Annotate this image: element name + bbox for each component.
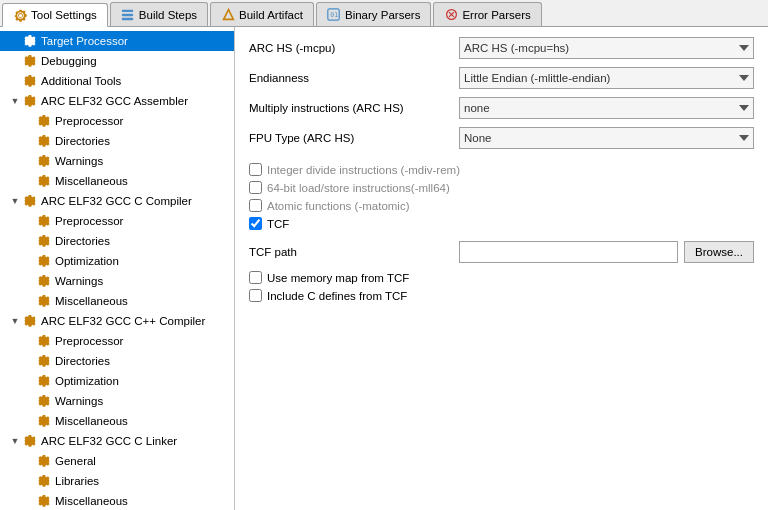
tree-item-arc-cpp-misc[interactable]: Miscellaneous bbox=[0, 411, 234, 431]
tree-item-additional-tools[interactable]: Additional Tools bbox=[0, 71, 234, 91]
multiply-select[interactable]: nonewlh1wlh2wlh3wlh4wlh5 bbox=[459, 97, 754, 119]
tree-item-arc-c-compiler[interactable]: ▼ ARC ELF32 GCC C Compiler bbox=[0, 191, 234, 211]
label-integer-divide: Integer divide instructions (-mdiv-rem) bbox=[267, 164, 460, 176]
tcf-path-input[interactable] bbox=[459, 241, 678, 263]
build-steps-icon bbox=[121, 8, 135, 22]
tree-panel: Target Processor Debugging Additional To… bbox=[0, 27, 235, 510]
collapse-icon-assembler[interactable]: ▼ bbox=[8, 94, 22, 108]
tree-item-arc-c-warnings[interactable]: Warnings bbox=[0, 271, 234, 291]
tree-item-arc-assembler-preprocessor[interactable]: Preprocessor bbox=[0, 111, 234, 131]
svg-text:01: 01 bbox=[331, 11, 339, 19]
tree-item-warn-icon bbox=[36, 153, 52, 169]
tree-item-debugging[interactable]: Debugging bbox=[0, 51, 234, 71]
tree-item-arc-c-optimization[interactable]: Optimization bbox=[0, 251, 234, 271]
tab-tool-settings[interactable]: Tool Settings bbox=[2, 3, 108, 27]
tree-item-label-arc-assembler-preprocessor: Preprocessor bbox=[55, 115, 123, 127]
tree-label-cpp-dir: Directories bbox=[55, 355, 110, 367]
checkbox-tcf[interactable] bbox=[249, 217, 262, 230]
tree-item-cc-opt-icon bbox=[36, 253, 52, 269]
no-expand-icon-a-misc bbox=[22, 174, 36, 188]
tree-item-cc-dir-icon bbox=[36, 233, 52, 249]
tree-item-label-additional-tools: Additional Tools bbox=[41, 75, 121, 87]
checkbox-row-64bit: 64-bit load/store instructions(-mll64) bbox=[249, 181, 754, 194]
tree-item-arc-linker-libraries[interactable]: Libraries bbox=[0, 471, 234, 491]
checkbox-memory-map[interactable] bbox=[249, 271, 262, 284]
tree-item-arc-assembler-warnings[interactable]: Warnings bbox=[0, 151, 234, 171]
tree-item-arc-linker[interactable]: ▼ ARC ELF32 GCC C Linker bbox=[0, 431, 234, 451]
no-expand-icon-tools bbox=[8, 74, 22, 88]
arc-hs-select[interactable]: ARC HS (-mcpu=hs)ARC HS (-mcpu=hs34)ARC … bbox=[459, 37, 754, 59]
tree-item-gear-icon bbox=[22, 33, 38, 49]
tree-item-target-processor[interactable]: Target Processor bbox=[0, 31, 234, 51]
checkbox-row-integer-divide: Integer divide instructions (-mdiv-rem) bbox=[249, 163, 754, 176]
tree-item-arc-assembler-directories[interactable]: Directories bbox=[0, 131, 234, 151]
browse-button[interactable]: Browse... bbox=[684, 241, 754, 263]
multiply-row: Multiply instructions (ARC HS) nonewlh1w… bbox=[249, 97, 754, 119]
fpu-select[interactable]: Nonefpusfpudfpus_allfpud_all bbox=[459, 127, 754, 149]
tree-item-arc-cpp-directories[interactable]: Directories bbox=[0, 351, 234, 371]
tcf-path-label: TCF path bbox=[249, 246, 459, 258]
tree-item-label-arc-c-compiler: ARC ELF32 GCC C Compiler bbox=[41, 195, 192, 207]
tree-item-gear-icon-c-compiler bbox=[22, 193, 38, 209]
arc-hs-label: ARC HS (-mcpu) bbox=[249, 42, 459, 54]
arc-hs-control: ARC HS (-mcpu=hs)ARC HS (-mcpu=hs34)ARC … bbox=[459, 37, 754, 59]
tree-item-arc-cpp-optimization[interactable]: Optimization bbox=[0, 371, 234, 391]
collapse-icon-cpp[interactable]: ▼ bbox=[8, 314, 22, 328]
no-expand-icon-debug bbox=[8, 54, 22, 68]
tree-label-cpp-opt: Optimization bbox=[55, 375, 119, 387]
tab-build-artifact[interactable]: Build Artifact bbox=[210, 2, 314, 26]
tree-label-cpp-warn: Warnings bbox=[55, 395, 103, 407]
no-expand-icon-a-dir bbox=[22, 134, 36, 148]
tree-item-arc-cpp-preprocessor[interactable]: Preprocessor bbox=[0, 331, 234, 351]
tcf-path-row: TCF path Browse... bbox=[249, 241, 754, 263]
tree-item-arc-c-misc[interactable]: Miscellaneous bbox=[0, 291, 234, 311]
label-atomic: Atomic functions (-matomic) bbox=[267, 200, 410, 212]
tree-item-cpp-opt-icon bbox=[36, 373, 52, 389]
checkbox-c-defines[interactable] bbox=[249, 289, 262, 302]
checkbox-row-atomic: Atomic functions (-matomic) bbox=[249, 199, 754, 212]
tab-error-parsers[interactable]: Error Parsers bbox=[433, 2, 541, 26]
tree-label-c-misc: Miscellaneous bbox=[55, 295, 128, 307]
checkbox-64bit[interactable] bbox=[249, 181, 262, 194]
collapse-icon-linker[interactable]: ▼ bbox=[8, 434, 22, 448]
tree-item-label-arc-assembler-misc: Miscellaneous bbox=[55, 175, 128, 187]
tree-label-linker-misc: Miscellaneous bbox=[55, 495, 128, 507]
tab-tool-settings-label: Tool Settings bbox=[31, 9, 97, 21]
multiply-control: nonewlh1wlh2wlh3wlh4wlh5 bbox=[459, 97, 754, 119]
fpu-control: Nonefpusfpudfpus_allfpud_all bbox=[459, 127, 754, 149]
tree-item-arc-c-directories[interactable]: Directories bbox=[0, 231, 234, 251]
tree-item-cpp-dir-icon bbox=[36, 353, 52, 369]
tab-build-steps-label: Build Steps bbox=[139, 9, 197, 21]
tree-label-cpp-misc: Miscellaneous bbox=[55, 415, 128, 427]
tree-label-c-opt: Optimization bbox=[55, 255, 119, 267]
tab-build-steps[interactable]: Build Steps bbox=[110, 2, 208, 26]
no-expand-icon-a-pre bbox=[22, 114, 36, 128]
multiply-label: Multiply instructions (ARC HS) bbox=[249, 102, 459, 114]
tree-item-arc-cpp-warnings[interactable]: Warnings bbox=[0, 391, 234, 411]
app-window: Tool Settings Build Steps Build Artifact bbox=[0, 0, 768, 510]
tree-item-arc-linker-general[interactable]: General bbox=[0, 451, 234, 471]
tree-item-arc-cpp-compiler[interactable]: ▼ ARC ELF32 GCC C++ Compiler bbox=[0, 311, 234, 331]
endianness-select[interactable]: Little Endian (-mlittle-endian)Big Endia… bbox=[459, 67, 754, 89]
error-parsers-icon bbox=[444, 8, 458, 22]
tree-item-gear-icon-linker bbox=[22, 433, 38, 449]
tree-item-arc-linker-misc[interactable]: Miscellaneous bbox=[0, 491, 234, 510]
tree-item-arc-c-preprocessor[interactable]: Preprocessor bbox=[0, 211, 234, 231]
tab-binary-parsers[interactable]: 01 Binary Parsers bbox=[316, 2, 431, 26]
tree-label-linker-general: General bbox=[55, 455, 96, 467]
tree-item-arc-assembler[interactable]: ▼ ARC ELF32 GCC Assembler bbox=[0, 91, 234, 111]
tree-item-arc-assembler-misc[interactable]: Miscellaneous bbox=[0, 171, 234, 191]
tab-binary-parsers-label: Binary Parsers bbox=[345, 9, 420, 21]
svg-rect-2 bbox=[122, 18, 133, 20]
collapse-icon-c-compiler[interactable]: ▼ bbox=[8, 194, 22, 208]
endianness-row: Endianness Little Endian (-mlittle-endia… bbox=[249, 67, 754, 89]
tree-item-gear-icon-debug bbox=[22, 53, 38, 69]
main-content: Target Processor Debugging Additional To… bbox=[0, 27, 768, 510]
tree-label-cpp-compiler: ARC ELF32 GCC C++ Compiler bbox=[41, 315, 205, 327]
checkbox-integer-divide[interactable] bbox=[249, 163, 262, 176]
tree-item-dir-icon bbox=[36, 133, 52, 149]
tree-item-linker-gen-icon bbox=[36, 453, 52, 469]
svg-rect-0 bbox=[122, 10, 133, 12]
checkbox-atomic[interactable] bbox=[249, 199, 262, 212]
checkbox-row-c-defines: Include C defines from TCF bbox=[249, 289, 754, 302]
